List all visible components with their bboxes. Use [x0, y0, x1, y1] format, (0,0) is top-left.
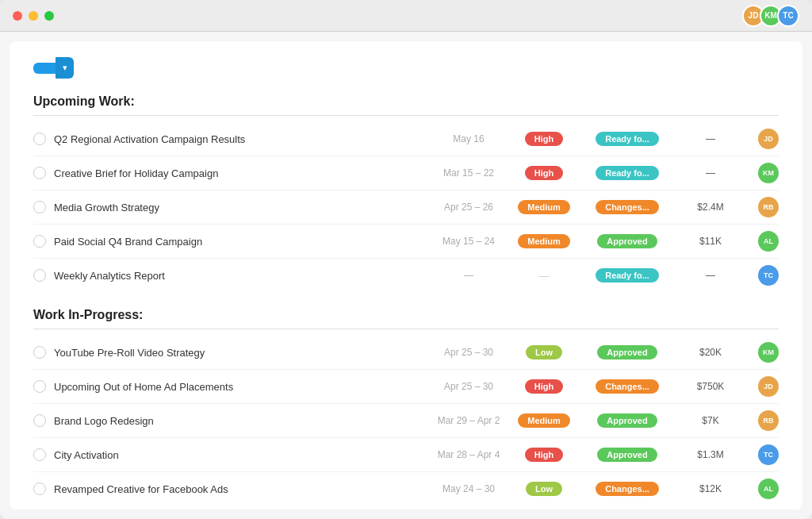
task-avatar-cell: AL — [750, 231, 779, 252]
task-avatar-cell: KM — [750, 342, 779, 363]
top-avatar: TC — [777, 5, 799, 27]
task-date: Mar 28 – Apr 4 — [433, 449, 504, 460]
task-avatar: AL — [758, 231, 779, 252]
task-checkbox[interactable] — [33, 414, 46, 427]
approval-badge: Approved — [597, 448, 657, 462]
task-budget: $12K — [671, 483, 750, 494]
priority-badge: High — [525, 379, 563, 394]
task-avatar: AL — [758, 479, 779, 499]
maximize-button[interactable] — [44, 11, 54, 21]
approval-badge: Approved — [597, 413, 657, 428]
task-avatar-cell: JD — [750, 376, 779, 397]
approval-badge: Changes... — [596, 482, 659, 496]
priority-badge: Medium — [518, 413, 570, 428]
task-avatar: RB — [758, 197, 779, 217]
task-avatar-cell: TC — [750, 444, 779, 465]
approval-badge: Ready fo... — [596, 166, 659, 180]
section-title-inprogress: Work In-Progress: — [33, 308, 779, 329]
task-approval-cell: Approved — [584, 345, 671, 359]
task-budget: — — [671, 167, 750, 179]
task-approval-cell: Ready fo... — [584, 268, 671, 283]
task-name: YouTube Pre-Roll Video Strategy — [54, 347, 433, 359]
approval-badge: Ready fo... — [596, 132, 659, 146]
task-budget: — — [671, 133, 750, 144]
task-priority-cell: Low — [504, 482, 584, 496]
task-checkbox[interactable] — [33, 482, 46, 495]
task-approval-cell: Approved — [584, 234, 671, 248]
priority-badge: Medium — [518, 234, 570, 248]
task-row: Q2 Regional Activation Campaign ResultsM… — [33, 122, 779, 156]
task-date: May 15 – 24 — [433, 236, 504, 247]
task-avatar-cell: JD — [750, 129, 779, 149]
task-approval-cell: Approved — [584, 413, 671, 428]
task-name: Paid Social Q4 Brand Campaign — [54, 236, 433, 248]
minimize-button[interactable] — [29, 11, 38, 21]
approval-badge: Ready fo... — [596, 268, 659, 283]
task-name: Upcoming Out of Home Ad Placements — [54, 381, 433, 393]
task-budget: — — [671, 270, 750, 281]
priority-badge: High — [525, 132, 563, 146]
task-checkbox[interactable] — [33, 448, 46, 461]
priority-badge: Low — [526, 482, 562, 496]
task-priority-cell: Medium — [504, 234, 584, 248]
task-checkbox[interactable] — [33, 133, 46, 145]
task-checkbox[interactable] — [33, 201, 46, 213]
task-name: Revamped Creative for Facebook Ads — [54, 483, 433, 495]
task-date: Apr 25 – 30 — [433, 347, 504, 358]
task-checkbox[interactable] — [33, 346, 46, 359]
task-budget: $11K — [671, 236, 750, 247]
task-checkbox[interactable] — [33, 167, 46, 179]
priority-badge: High — [525, 166, 563, 180]
task-checkbox[interactable] — [33, 235, 46, 248]
task-row: Creative Brief for Holiday CampaignMar 1… — [33, 156, 779, 190]
traffic-lights — [13, 11, 54, 21]
task-row: Revamped Creative for Facebook AdsMay 24… — [33, 472, 779, 506]
section-upcoming: Upcoming Work:Q2 Regional Activation Cam… — [33, 94, 779, 292]
approval-badge: Approved — [597, 234, 657, 248]
priority-badge: Medium — [518, 200, 570, 214]
task-avatar-cell: AL — [750, 479, 779, 499]
task-budget: $1.3M — [671, 449, 750, 460]
task-priority-cell: High — [504, 448, 584, 462]
close-button[interactable] — [13, 11, 22, 21]
task-date: Mar 15 – 22 — [433, 167, 504, 179]
approval-badge: Changes... — [596, 200, 659, 214]
task-priority-cell: — — [504, 270, 584, 282]
task-row: Paid Social Q4 Brand CampaignMay 15 – 24… — [33, 225, 779, 259]
task-avatar: RB — [758, 410, 779, 431]
task-row: Weekly Analytics Report——Ready fo...—TC — [33, 259, 779, 292]
task-approval-cell: Approved — [584, 448, 671, 462]
task-avatar-cell: TC — [750, 265, 779, 286]
approval-badge: Changes... — [596, 379, 659, 394]
approval-badge: Approved — [597, 345, 657, 359]
task-priority-cell: High — [504, 379, 584, 394]
task-budget: $2.4M — [671, 202, 750, 213]
titlebar: JDKMTC — [0, 0, 812, 32]
task-checkbox[interactable] — [33, 269, 46, 282]
task-priority-cell: Medium — [504, 200, 584, 214]
task-checkbox[interactable] — [33, 380, 46, 393]
task-avatar: TC — [758, 444, 779, 465]
section-inprogress: Work In-Progress:YouTube Pre-Roll Video … — [33, 308, 779, 506]
task-approval-cell: Ready fo... — [584, 166, 671, 180]
task-approval-cell: Changes... — [584, 379, 671, 394]
task-name: Media Growth Strategy — [54, 202, 433, 213]
priority-badge: Low — [526, 345, 562, 359]
task-date: Apr 25 – 30 — [433, 381, 504, 392]
add-task-button[interactable] — [33, 63, 56, 74]
task-priority-cell: Medium — [504, 413, 584, 428]
task-approval-cell: Changes... — [584, 482, 671, 496]
task-avatar: JD — [758, 129, 779, 149]
add-task-dropdown-button[interactable]: ▾ — [56, 57, 74, 79]
task-priority-cell: High — [504, 132, 584, 146]
task-avatar-cell: RB — [750, 197, 779, 217]
task-name: Creative Brief for Holiday Campaign — [54, 167, 433, 179]
app-window: JDKMTC ▾ Upcoming Work:Q2 Regional Activ… — [0, 0, 812, 519]
task-budget: $7K — [671, 415, 750, 426]
task-budget: $20K — [671, 347, 750, 358]
task-approval-cell: Ready fo... — [584, 132, 671, 146]
task-budget: $750K — [671, 381, 750, 392]
task-row: Media Growth StrategyApr 25 – 26MediumCh… — [33, 190, 779, 225]
task-name: Brand Logo Redesign — [54, 415, 433, 427]
toolbar: ▾ — [33, 57, 779, 79]
